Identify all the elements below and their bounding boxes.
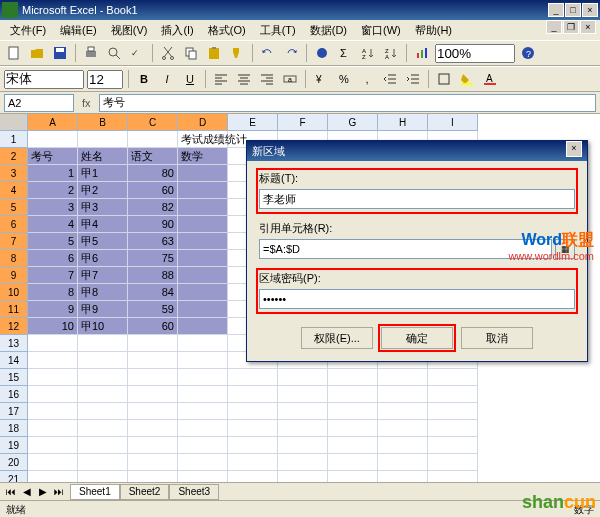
- cell[interactable]: [28, 335, 78, 352]
- cell[interactable]: 甲10: [78, 318, 128, 335]
- doc-close-button[interactable]: ×: [580, 20, 596, 34]
- cell[interactable]: [328, 454, 378, 471]
- cell[interactable]: 84: [128, 284, 178, 301]
- zoom-select[interactable]: [435, 44, 515, 63]
- paste-icon[interactable]: [204, 43, 224, 63]
- cell[interactable]: 80: [128, 165, 178, 182]
- tab-sheet3[interactable]: Sheet3: [169, 484, 219, 500]
- cell[interactable]: [428, 369, 478, 386]
- cell[interactable]: [178, 352, 228, 369]
- cell[interactable]: 90: [128, 216, 178, 233]
- menu-data[interactable]: 数据(D): [304, 21, 353, 40]
- cell[interactable]: [178, 199, 228, 216]
- cell[interactable]: [378, 437, 428, 454]
- cell[interactable]: [328, 386, 378, 403]
- cell[interactable]: [328, 437, 378, 454]
- row-header-18[interactable]: 18: [0, 420, 28, 437]
- cell[interactable]: [178, 318, 228, 335]
- dialog-titlebar[interactable]: 新区域 ×: [247, 141, 587, 161]
- cell[interactable]: [378, 369, 428, 386]
- cell[interactable]: [178, 386, 228, 403]
- cell[interactable]: [178, 165, 228, 182]
- cell[interactable]: 甲2: [78, 182, 128, 199]
- col-header-H[interactable]: H: [378, 114, 428, 131]
- permissions-button[interactable]: 权限(E)...: [301, 327, 373, 349]
- tab-last-icon[interactable]: ⏭: [51, 486, 67, 497]
- cell[interactable]: 甲8: [78, 284, 128, 301]
- align-right-icon[interactable]: [257, 69, 277, 89]
- cell[interactable]: [228, 386, 278, 403]
- sort-desc-icon[interactable]: ZA: [381, 43, 401, 63]
- cell[interactable]: [428, 437, 478, 454]
- save-icon[interactable]: [50, 43, 70, 63]
- preview-icon[interactable]: [104, 43, 124, 63]
- cell[interactable]: 75: [128, 250, 178, 267]
- menu-tools[interactable]: 工具(T): [254, 21, 302, 40]
- formula-input[interactable]: [99, 94, 596, 112]
- cell[interactable]: [28, 437, 78, 454]
- borders-icon[interactable]: [434, 69, 454, 89]
- menu-view[interactable]: 视图(V): [105, 21, 154, 40]
- size-select[interactable]: [87, 70, 123, 89]
- row-header-9[interactable]: 9: [0, 267, 28, 284]
- cell[interactable]: [28, 369, 78, 386]
- font-select[interactable]: [4, 70, 84, 89]
- cell[interactable]: 88: [128, 267, 178, 284]
- cell[interactable]: 甲7: [78, 267, 128, 284]
- cell[interactable]: [178, 250, 228, 267]
- row-header-4[interactable]: 4: [0, 182, 28, 199]
- close-button[interactable]: ×: [582, 3, 598, 17]
- cut-icon[interactable]: [158, 43, 178, 63]
- title-input[interactable]: [259, 189, 575, 209]
- name-box[interactable]: [4, 94, 74, 112]
- cell[interactable]: [428, 386, 478, 403]
- cell[interactable]: 5: [28, 233, 78, 250]
- cell[interactable]: [78, 369, 128, 386]
- cell[interactable]: [78, 352, 128, 369]
- menu-help[interactable]: 帮助(H): [409, 21, 458, 40]
- cell[interactable]: [178, 301, 228, 318]
- row-header-14[interactable]: 14: [0, 352, 28, 369]
- cell[interactable]: [128, 403, 178, 420]
- spell-icon[interactable]: ✓: [127, 43, 147, 63]
- cell[interactable]: [328, 369, 378, 386]
- cell[interactable]: [428, 420, 478, 437]
- row-header-1[interactable]: 1: [0, 131, 28, 148]
- cell[interactable]: [228, 420, 278, 437]
- cell[interactable]: 7: [28, 267, 78, 284]
- new-icon[interactable]: [4, 43, 24, 63]
- cell[interactable]: 考试成绩统计: [178, 131, 228, 148]
- copy-icon[interactable]: [181, 43, 201, 63]
- help-icon[interactable]: ?: [518, 43, 538, 63]
- menu-file[interactable]: 文件(F): [4, 21, 52, 40]
- cell[interactable]: [328, 403, 378, 420]
- col-header-A[interactable]: A: [28, 114, 78, 131]
- tab-sheet1[interactable]: Sheet1: [70, 484, 120, 500]
- cell[interactable]: 4: [28, 216, 78, 233]
- underline-icon[interactable]: U: [180, 69, 200, 89]
- cell[interactable]: 82: [128, 199, 178, 216]
- cell[interactable]: [178, 284, 228, 301]
- cell[interactable]: [178, 454, 228, 471]
- menu-window[interactable]: 窗口(W): [355, 21, 407, 40]
- cell[interactable]: [378, 420, 428, 437]
- chart-icon[interactable]: [412, 43, 432, 63]
- cell[interactable]: [28, 352, 78, 369]
- italic-icon[interactable]: I: [157, 69, 177, 89]
- cell[interactable]: [428, 454, 478, 471]
- cell[interactable]: [328, 420, 378, 437]
- cell[interactable]: [378, 403, 428, 420]
- cell[interactable]: 甲6: [78, 250, 128, 267]
- bold-icon[interactable]: B: [134, 69, 154, 89]
- row-header-13[interactable]: 13: [0, 335, 28, 352]
- row-header-15[interactable]: 15: [0, 369, 28, 386]
- cell[interactable]: 10: [28, 318, 78, 335]
- menu-format[interactable]: 格式(O): [202, 21, 252, 40]
- cell[interactable]: [178, 233, 228, 250]
- comma-icon[interactable]: ,: [357, 69, 377, 89]
- align-left-icon[interactable]: [211, 69, 231, 89]
- cell[interactable]: [178, 420, 228, 437]
- cell[interactable]: 数学: [178, 148, 228, 165]
- cell[interactable]: [128, 454, 178, 471]
- link-icon[interactable]: [312, 43, 332, 63]
